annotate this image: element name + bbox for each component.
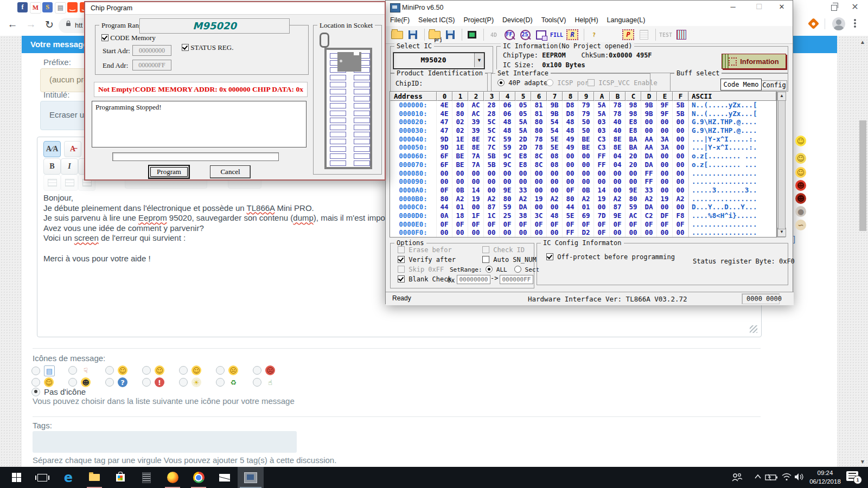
hex-byte[interactable]: 54 xyxy=(547,118,563,126)
hex-byte[interactable]: 19 xyxy=(468,195,484,203)
page-scroll-up-icon[interactable]: ▲ xyxy=(860,39,865,45)
hex-byte[interactable]: E8 xyxy=(626,118,641,126)
hex-byte[interactable]: 00 xyxy=(452,169,468,178)
hex-byte[interactable]: 0A xyxy=(437,211,452,220)
chrome-icon[interactable] xyxy=(186,467,212,488)
off-protect-checkbox[interactable]: Off-protect before programming xyxy=(546,253,675,261)
hex-byte[interactable]: 28 xyxy=(484,110,500,118)
hex-byte[interactable]: 00 xyxy=(563,152,578,160)
hex-byte[interactable]: 9B xyxy=(547,101,563,110)
hex-byte[interactable]: 8E xyxy=(468,143,484,152)
hex-byte[interactable]: 5A xyxy=(515,126,531,135)
menu-select-ic[interactable]: Select IC(S) xyxy=(414,15,459,25)
hex-byte[interactable]: 5B xyxy=(484,160,500,169)
hex-byte[interactable]: 00 xyxy=(673,169,688,178)
hex-byte[interactable]: 0F xyxy=(437,186,452,195)
hex-byte[interactable]: 00 xyxy=(484,177,500,186)
hex-byte[interactable]: 00 xyxy=(657,152,673,160)
no-icon-radio[interactable] xyxy=(31,388,40,396)
program-chip-icon[interactable]: P xyxy=(621,28,635,41)
refresh-icon-radio[interactable] xyxy=(216,378,225,387)
hex-byte[interactable]: 9B xyxy=(641,101,657,110)
hex-byte[interactable]: 03 xyxy=(594,118,610,126)
file-explorer-icon[interactable] xyxy=(81,467,107,488)
hex-byte[interactable]: 02 xyxy=(452,126,468,135)
hex-byte[interactable]: 0F xyxy=(452,220,468,229)
blank-check-checkbox[interactable]: Blank Check xyxy=(398,275,452,283)
hex-byte[interactable]: 00 xyxy=(657,177,673,186)
hex-byte[interactable]: 4E xyxy=(437,101,452,110)
icon-option[interactable]: ☺ xyxy=(179,365,201,375)
hex-byte[interactable]: A2 xyxy=(452,195,468,203)
hex-byte[interactable]: 00 xyxy=(626,177,641,186)
tab-code-memo[interactable]: Code Memo xyxy=(720,79,762,91)
hex-byte[interactable]: DA xyxy=(641,160,657,169)
hex-address[interactable]: 000000: xyxy=(390,101,437,110)
hex-byte[interactable]: 1C xyxy=(484,211,500,220)
hex-byte[interactable]: 50 xyxy=(578,126,594,135)
hex-byte[interactable]: E8 xyxy=(515,152,531,160)
profile-avatar[interactable] xyxy=(832,17,845,30)
hex-address[interactable]: 000040: xyxy=(390,135,437,144)
hex-byte[interactable]: 80 xyxy=(531,126,547,135)
sect-radio[interactable] xyxy=(514,266,521,273)
hex-byte[interactable]: DA xyxy=(641,203,657,211)
bold-button[interactable]: B xyxy=(43,158,61,175)
icsp-vcc-checkbox-row[interactable]: ICSP_VCC Enable xyxy=(588,79,658,87)
hex-byte[interactable]: 00 xyxy=(673,118,688,126)
hex-byte[interactable]: 00 xyxy=(641,126,657,135)
hex-byte[interactable]: 00 xyxy=(594,169,610,178)
hex-byte[interactable]: 2D xyxy=(515,135,531,144)
mad-icon-radio[interactable] xyxy=(253,366,261,375)
ic-pins-icon[interactable] xyxy=(674,28,688,41)
hex-byte[interactable]: 0F xyxy=(563,186,578,195)
adapter-radio-row[interactable]: 40P adapter xyxy=(497,79,552,87)
program-button[interactable]: Program xyxy=(149,165,189,178)
hex-address[interactable]: 0000D0: xyxy=(390,211,437,220)
wifi-tray-icon[interactable] xyxy=(781,473,792,481)
hex-byte[interactable]: 00 xyxy=(515,228,531,237)
hex-byte[interactable]: E8 xyxy=(515,160,531,169)
hex-ascii[interactable]: ................ xyxy=(688,177,776,186)
hex-byte[interactable]: 00 xyxy=(563,177,578,186)
hex-byte[interactable]: 00 xyxy=(657,186,673,195)
hex-byte[interactable]: DF xyxy=(657,211,673,220)
no-icon-option[interactable]: Pas d'icône xyxy=(31,387,86,396)
table-button[interactable] xyxy=(43,175,61,191)
hex-byte[interactable]: 00 xyxy=(484,186,500,195)
hex-byte[interactable]: 3A xyxy=(657,135,673,144)
hex-buffer-grid[interactable]: Address0123456789ABCDEFASCII000000:4E80A… xyxy=(390,91,777,237)
hex-byte[interactable]: 0F xyxy=(437,220,452,229)
hex-ascii[interactable]: D...Y...D...Y... xyxy=(688,203,776,211)
hex-byte[interactable]: A2 xyxy=(547,195,563,203)
hex-byte[interactable]: 0F xyxy=(610,220,626,229)
hex-byte[interactable]: 03 xyxy=(594,126,610,135)
icon-option[interactable]: ☺ xyxy=(31,377,54,387)
hex-byte[interactable]: AC xyxy=(468,101,484,110)
cool-icon-radio[interactable] xyxy=(68,378,77,387)
hex-byte[interactable]: 48 xyxy=(500,118,515,126)
edge-icon[interactable]: e xyxy=(55,467,81,488)
start-button[interactable] xyxy=(3,467,29,488)
verify-after-checkbox[interactable]: Verify after xyxy=(398,256,456,264)
information-button[interactable]: Information xyxy=(722,54,786,69)
hex-byte[interactable]: 25 xyxy=(500,211,515,220)
hex-byte[interactable]: A2 xyxy=(673,195,688,203)
icsp-radio-row[interactable]: ICSP port xyxy=(546,79,592,87)
hex-byte[interactable]: 78 xyxy=(531,135,547,144)
hex-byte[interactable]: BE xyxy=(452,152,468,160)
hex-byte[interactable]: 6F xyxy=(437,152,452,160)
icon-option[interactable]: ☹ xyxy=(253,365,275,375)
hex-byte[interactable]: 00 xyxy=(547,203,563,211)
hex-byte[interactable]: 0F xyxy=(563,220,578,229)
hex-byte[interactable]: 0F xyxy=(484,220,500,229)
mail-icon[interactable] xyxy=(212,467,238,488)
hex-byte[interactable]: BA xyxy=(626,143,641,152)
hex-byte[interactable]: 9C xyxy=(500,152,515,160)
hex-byte[interactable]: 00 xyxy=(452,228,468,237)
smile-icon-radio[interactable] xyxy=(31,378,40,387)
hex-byte[interactable]: 00 xyxy=(468,169,484,178)
hex-byte[interactable]: 8C xyxy=(531,152,547,160)
hex-byte[interactable]: 9C xyxy=(500,160,515,169)
hex-byte[interactable]: 19 xyxy=(594,195,610,203)
